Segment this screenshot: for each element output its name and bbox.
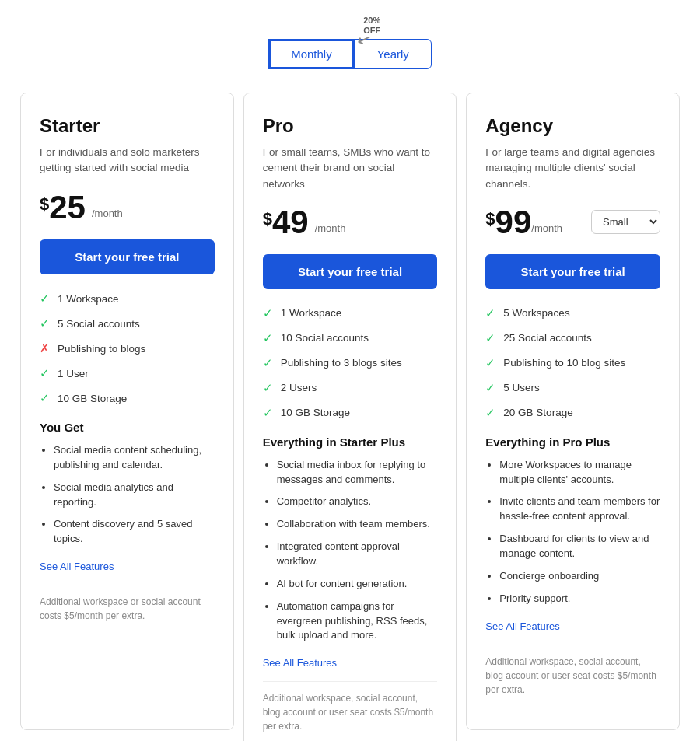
feature-text: 10 GB Storage bbox=[58, 393, 127, 404]
list-item: Content discovery and 5 saved topics. bbox=[54, 517, 215, 547]
agency-header: Agency For large teams and digital agenc… bbox=[485, 115, 660, 206]
agency-price-period: /month bbox=[531, 222, 562, 234]
list-item: Integrated content approval workflow. bbox=[277, 540, 438, 569]
list-item: ✓25 Social accounts bbox=[485, 331, 660, 345]
check-icon: ✓ bbox=[485, 381, 495, 395]
check-icon: ✓ bbox=[485, 406, 495, 420]
agency-features-list: ✓5 Workspaces ✓25 Social accounts ✓Publi… bbox=[485, 306, 660, 420]
feature-text: Publishing to blogs bbox=[58, 343, 145, 355]
pro-extras-title: Everything in Starter Plus bbox=[263, 435, 438, 449]
list-item: ✓1 Workspace bbox=[40, 292, 215, 306]
billing-toggle: 20%OFF ↙ Monthly Yearly bbox=[16, 16, 684, 69]
agency-plan-desc: For large teams and digital agencies man… bbox=[485, 145, 660, 192]
starter-plan-desc: For individuals and solo marketers getti… bbox=[40, 145, 215, 177]
list-item: ✓Publishing to 3 blogs sites bbox=[263, 356, 438, 370]
monthly-toggle[interactable]: Monthly bbox=[268, 39, 355, 69]
starter-extras-list: Social media content scheduling, publish… bbox=[40, 443, 215, 547]
check-icon: ✓ bbox=[485, 356, 495, 370]
agency-header-left: Agency For large teams and digital agenc… bbox=[485, 115, 660, 206]
feature-text: 5 Workspaces bbox=[503, 307, 569, 319]
list-item: ✓5 Social accounts bbox=[40, 316, 215, 330]
agency-price-amount: 99 bbox=[495, 206, 532, 239]
list-item: Concierge onboarding bbox=[499, 569, 660, 584]
feature-text: 10 Social accounts bbox=[281, 332, 369, 344]
starter-cta-button[interactable]: Start your free trial bbox=[40, 239, 215, 274]
agency-footer-note: Additional workspace, social account, bl… bbox=[485, 645, 660, 697]
pro-price-main: $ 49 bbox=[263, 206, 309, 239]
pro-plan-name: Pro bbox=[263, 115, 438, 137]
feature-text: 10 GB Storage bbox=[281, 407, 350, 418]
list-item: Social media inbox for replying to messa… bbox=[277, 458, 438, 488]
feature-text: 5 Users bbox=[503, 382, 540, 393]
starter-extras-title: You Get bbox=[40, 421, 215, 434]
feature-text: Publishing to 3 blogs sites bbox=[281, 357, 402, 369]
check-icon: ✓ bbox=[263, 331, 273, 345]
pro-footer-note: Additional workspace, social account, bl… bbox=[263, 681, 438, 733]
list-item: Automation campaigns for evergreen publi… bbox=[277, 599, 438, 644]
agency-see-features-link[interactable]: See All Features bbox=[485, 620, 660, 632]
agency-size-select[interactable]: Small Medium Large bbox=[591, 210, 660, 234]
list-item: ✓1 User bbox=[40, 366, 215, 380]
list-item: AI bot for content generation. bbox=[277, 577, 438, 592]
agency-plan-name: Agency bbox=[485, 115, 660, 137]
list-item: ✓2 Users bbox=[263, 381, 438, 395]
starter-footer-note: Additional workspace or social account c… bbox=[40, 585, 215, 623]
check-icon: ✓ bbox=[263, 306, 273, 320]
check-icon: ✓ bbox=[40, 316, 50, 330]
list-item: ✓10 Social accounts bbox=[263, 331, 438, 345]
starter-features-list: ✓1 Workspace ✓5 Social accounts ✗Publish… bbox=[40, 292, 215, 405]
list-item: ✓5 Workspaces bbox=[485, 306, 660, 320]
feature-text: 1 User bbox=[58, 368, 89, 379]
list-item: ✓20 GB Storage bbox=[485, 406, 660, 420]
plans-container: Starter For individuals and solo markete… bbox=[16, 93, 684, 741]
pro-plan: Pro For small teams, SMBs who want to ce… bbox=[243, 93, 457, 741]
list-item: ✗Publishing to blogs bbox=[40, 341, 215, 355]
check-icon: ✓ bbox=[263, 356, 273, 370]
feature-text: 1 Workspace bbox=[281, 307, 342, 319]
check-icon: ✓ bbox=[40, 292, 50, 306]
agency-price-main: $ 99 bbox=[485, 206, 531, 239]
list-item: Priority support. bbox=[499, 592, 660, 606]
list-item: Dashboard for clients to view and manage… bbox=[499, 532, 660, 561]
pro-see-features-link[interactable]: See All Features bbox=[263, 657, 438, 669]
feature-text: 2 Users bbox=[281, 382, 317, 393]
pro-cta-button[interactable]: Start your free trial bbox=[263, 254, 438, 289]
list-item: Social media analytics and reporting. bbox=[54, 481, 215, 510]
pro-price-amount: 49 bbox=[272, 206, 309, 239]
list-item: Invite clients and team members for hass… bbox=[499, 495, 660, 524]
check-icon: ✓ bbox=[485, 306, 495, 320]
agency-extras-list: More Workspaces to manage multiple clien… bbox=[485, 458, 660, 606]
feature-text: 25 Social accounts bbox=[503, 332, 591, 344]
list-item: ✓10 GB Storage bbox=[263, 406, 438, 420]
agency-price-dollar: $ bbox=[485, 206, 495, 232]
agency-cta-button[interactable]: Start your free trial bbox=[485, 254, 660, 289]
pro-features-list: ✓1 Workspace ✓10 Social accounts ✓Publis… bbox=[263, 306, 438, 420]
cross-icon: ✗ bbox=[40, 341, 50, 355]
agency-extras-title: Everything in Pro Plus bbox=[485, 435, 660, 449]
check-icon: ✓ bbox=[40, 366, 50, 380]
agency-price-row: $ 99 /month Small Medium Large bbox=[485, 206, 660, 239]
list-item: Competitor analytics. bbox=[277, 495, 438, 509]
starter-price-main: $ 25 bbox=[40, 191, 86, 224]
starter-price-amount: 25 bbox=[49, 191, 86, 224]
check-icon: ✓ bbox=[263, 381, 273, 395]
starter-plan: Starter For individuals and solo markete… bbox=[20, 93, 234, 730]
agency-price-group: $ 99 /month bbox=[485, 206, 562, 239]
check-icon: ✓ bbox=[485, 331, 495, 345]
agency-plan: Agency For large teams and digital agenc… bbox=[466, 93, 680, 730]
feature-text: Publishing to 10 blog sites bbox=[503, 357, 625, 369]
check-icon: ✓ bbox=[40, 391, 50, 405]
starter-price-period: /month bbox=[92, 208, 123, 219]
starter-plan-name: Starter bbox=[40, 115, 215, 137]
list-item: ✓5 Users bbox=[485, 381, 660, 395]
starter-see-features-link[interactable]: See All Features bbox=[40, 561, 215, 572]
list-item: Social media content scheduling, publish… bbox=[54, 443, 215, 473]
check-icon: ✓ bbox=[263, 406, 273, 420]
starter-price-row: $ 25 /month bbox=[40, 191, 215, 224]
pro-plan-desc: For small teams, SMBs who want to cement… bbox=[263, 145, 438, 192]
pro-price-period: /month bbox=[315, 222, 346, 234]
pro-price-row: $ 49 /month bbox=[263, 206, 438, 239]
feature-text: 1 Workspace bbox=[58, 293, 119, 305]
list-item: ✓Publishing to 10 blog sites bbox=[485, 356, 660, 370]
starter-price-dollar: $ bbox=[40, 191, 49, 217]
